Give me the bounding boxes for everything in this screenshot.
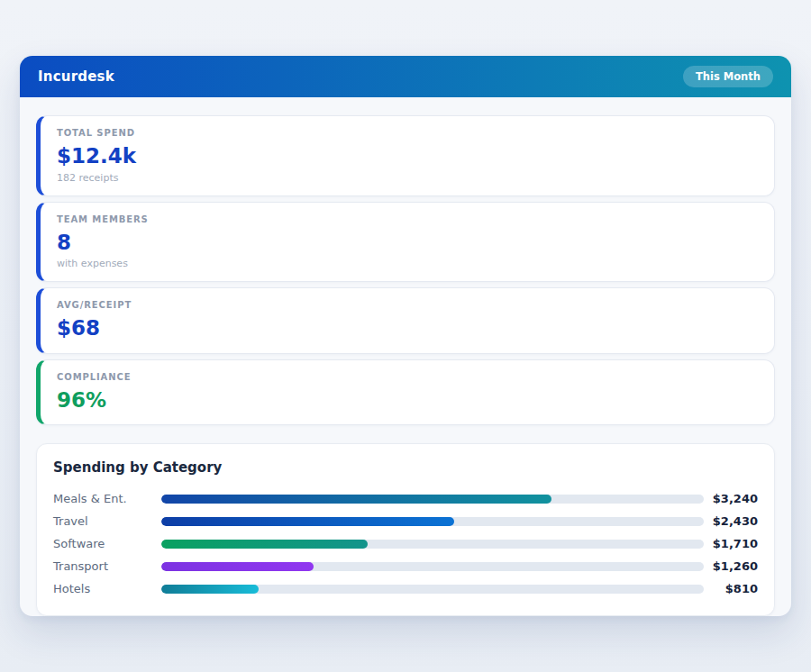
stat-value: $12.4k [57,144,758,169]
category-row-travel: Travel $2,430 [53,510,758,532]
app-title: Incurdesk [38,68,114,85]
stat-label: TOTAL SPEND [57,128,758,138]
category-bar-track [161,495,704,504]
period-badge[interactable]: This Month [683,66,773,87]
category-row-transport: Transport $1,260 [53,555,758,577]
dashboard-panel: Incurdesk This Month TOTAL SPEND $12.4k … [20,56,791,616]
category-row-software: Software $1,710 [53,532,758,555]
stat-value: 8 [57,231,758,256]
category-amount: $1,710 [704,537,758,550]
category-label: Meals & Ent. [53,492,161,505]
category-bar-track [161,585,704,594]
stat-value: $68 [57,316,758,341]
category-label: Transport [53,559,161,573]
category-bar-fill [161,495,551,504]
stat-card-compliance: COMPLIANCE 96% [36,359,775,426]
category-label: Hotels [53,582,161,595]
stat-label: TEAM MEMBERS [57,214,758,224]
category-bar-track [161,562,704,571]
category-bar-fill [161,517,454,526]
stat-label: COMPLIANCE [57,372,758,382]
stat-subtext: with expenses [57,258,758,269]
dashboard-header: Incurdesk This Month [20,56,791,97]
category-amount: $3,240 [704,492,758,505]
category-bar-fill [161,540,368,549]
dashboard-body: TOTAL SPEND $12.4k 182 receipts TEAM MEM… [20,97,791,616]
stat-label: AVG/RECEIPT [57,300,758,310]
stat-card-team-members: TEAM MEMBERS 8 with expenses [36,202,775,283]
stat-card-total-spend: TOTAL SPEND $12.4k 182 receipts [36,115,775,196]
category-bar-track [161,517,704,526]
category-label: Software [53,537,161,550]
category-amount: $2,430 [704,514,758,528]
category-row-meals: Meals & Ent. $3,240 [53,487,758,510]
category-bar-fill [161,562,314,571]
category-bar-track [161,540,704,549]
category-amount: $1,260 [704,559,758,573]
category-amount: $810 [704,582,758,595]
category-bar-fill [161,585,259,594]
stat-value: 96% [57,388,758,413]
spending-by-category-card: Spending by Category Meals & Ent. $3,240… [36,443,775,616]
category-row-hotels: Hotels $810 [53,577,758,600]
spending-card-title: Spending by Category [53,459,758,476]
category-label: Travel [53,514,161,528]
stat-subtext: 182 receipts [57,172,758,184]
stat-card-avg-receipt: AVG/RECEIPT $68 [36,287,775,354]
